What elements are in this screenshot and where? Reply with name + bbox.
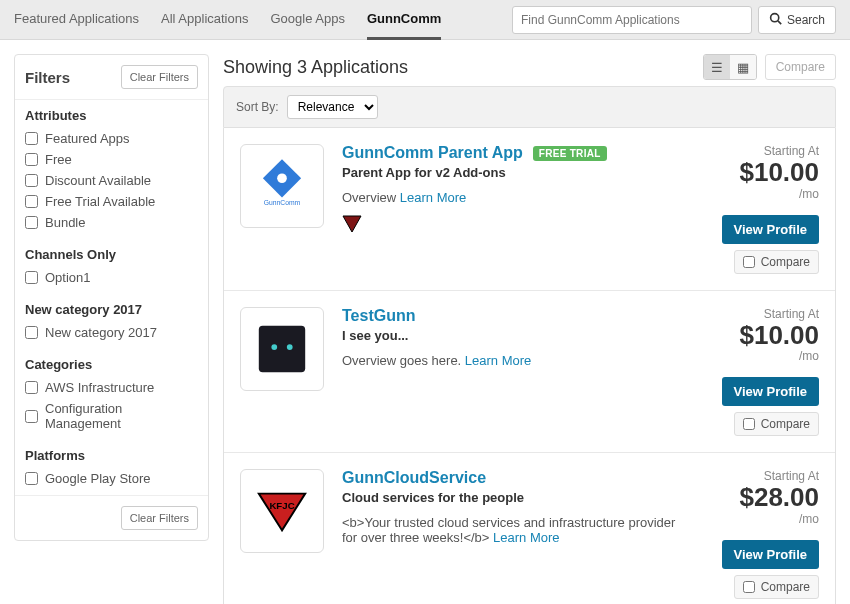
tab-google[interactable]: Google Apps — [270, 0, 344, 40]
starting-at-label: Starting At — [764, 469, 819, 483]
learn-more-link[interactable]: Learn More — [465, 353, 531, 368]
app-card: KFJC GunnCloudService Cloud services for… — [224, 453, 835, 604]
checkbox[interactable] — [25, 174, 38, 187]
checkbox[interactable] — [25, 132, 38, 145]
checkbox[interactable] — [25, 410, 38, 423]
app-overview: Overview Learn More — [342, 190, 681, 205]
svg-line-1 — [778, 20, 781, 23]
checkbox[interactable] — [25, 153, 38, 166]
compare-checkbox-row[interactable]: Compare — [734, 250, 819, 274]
app-subtitle: I see you... — [342, 328, 681, 343]
app-subtitle: Parent App for v2 Add-ons — [342, 165, 681, 180]
view-profile-button[interactable]: View Profile — [722, 540, 819, 569]
compare-checkbox[interactable] — [743, 581, 755, 593]
app-price: $28.00 — [739, 483, 819, 512]
list-view-button[interactable]: ☰ — [704, 55, 730, 79]
grid-icon: ▦ — [737, 60, 749, 75]
learn-more-link[interactable]: Learn More — [400, 190, 466, 205]
compare-checkbox-row[interactable]: Compare — [734, 412, 819, 436]
free-trial-badge: FREE TRIAL — [533, 146, 607, 161]
filter-free[interactable]: Free — [25, 149, 198, 170]
price-period: /mo — [799, 512, 819, 526]
sort-label: Sort By: — [236, 100, 279, 114]
clear-filters-button-top[interactable]: Clear Filters — [121, 65, 198, 89]
filter-newcat2017[interactable]: New category 2017 — [25, 322, 198, 343]
app-card: TestGunn I see you... Overview goes here… — [224, 291, 835, 454]
checkbox[interactable] — [25, 381, 38, 394]
tab-gunncomm[interactable]: GunnComm — [367, 0, 441, 40]
svg-text:KFJC: KFJC — [269, 500, 294, 511]
clear-filters-button-bottom[interactable]: Clear Filters — [121, 506, 198, 530]
svg-point-3 — [277, 173, 287, 183]
app-price: $10.00 — [739, 321, 819, 350]
svg-rect-6 — [259, 325, 305, 371]
filter-google-play[interactable]: Google Play Store — [25, 468, 198, 489]
search-input[interactable] — [512, 6, 752, 34]
checkbox[interactable] — [25, 216, 38, 229]
sort-bar: Sort By: Relevance — [223, 86, 836, 128]
checkbox[interactable] — [25, 195, 38, 208]
tab-featured[interactable]: Featured Applications — [14, 0, 139, 40]
starting-at-label: Starting At — [764, 307, 819, 321]
svg-marker-5 — [343, 216, 361, 232]
checkbox[interactable] — [25, 326, 38, 339]
search-icon — [769, 12, 782, 28]
svg-point-0 — [771, 13, 779, 21]
main-content: Showing 3 Applications ☰ ▦ Compare Sort … — [223, 54, 836, 604]
filter-group-attributes: Attributes — [25, 108, 198, 123]
filter-free-trial[interactable]: Free Trial Available — [25, 191, 198, 212]
price-period: /mo — [799, 349, 819, 363]
filter-config-mgmt[interactable]: Configuration Management — [25, 398, 198, 434]
filter-discount[interactable]: Discount Available — [25, 170, 198, 191]
app-card: GunnComm GunnComm Parent App FREE TRIAL … — [224, 128, 835, 291]
filter-group-platforms: Platforms — [25, 448, 198, 463]
view-profile-button[interactable]: View Profile — [722, 377, 819, 406]
filter-aws[interactable]: AWS Infrastructure — [25, 377, 198, 398]
top-nav: Featured Applications All Applications G… — [0, 0, 850, 40]
compare-checkbox-row[interactable]: Compare — [734, 575, 819, 599]
filter-featured-apps[interactable]: Featured Apps — [25, 128, 198, 149]
svg-marker-9 — [259, 494, 305, 531]
nav-tabs: Featured Applications All Applications G… — [14, 0, 441, 40]
svg-point-7 — [271, 344, 277, 350]
starting-at-label: Starting At — [764, 144, 819, 158]
search-button[interactable]: Search — [758, 6, 836, 34]
applications-list: GunnComm GunnComm Parent App FREE TRIAL … — [223, 128, 836, 604]
view-profile-button[interactable]: View Profile — [722, 215, 819, 244]
compare-checkbox[interactable] — [743, 256, 755, 268]
filter-group-categories: Categories — [25, 357, 198, 372]
search-button-label: Search — [787, 13, 825, 27]
app-thumbnail — [240, 307, 324, 391]
filters-sidebar: Filters Clear Filters Attributes Feature… — [14, 54, 209, 541]
app-title-link[interactable]: TestGunn — [342, 307, 415, 325]
compare-button[interactable]: Compare — [765, 54, 836, 80]
grid-view-button[interactable]: ▦ — [730, 55, 756, 79]
compare-checkbox[interactable] — [743, 418, 755, 430]
app-overview: <b>Your trusted cloud services and infra… — [342, 515, 681, 545]
checkbox[interactable] — [25, 271, 38, 284]
filters-title: Filters — [25, 69, 70, 86]
list-icon: ☰ — [711, 60, 723, 75]
app-subtitle: Cloud services for the people — [342, 490, 681, 505]
learn-more-link[interactable]: Learn More — [493, 530, 559, 545]
tab-all[interactable]: All Applications — [161, 0, 248, 40]
app-overview: Overview goes here. Learn More — [342, 353, 681, 368]
filter-group-channels: Channels Only — [25, 247, 198, 262]
search-area: Search — [512, 6, 836, 34]
app-price: $10.00 — [739, 158, 819, 187]
app-title-link[interactable]: GunnComm Parent App — [342, 144, 523, 162]
checkbox[interactable] — [25, 472, 38, 485]
triangle-badge-icon — [342, 215, 681, 236]
app-thumbnail: KFJC — [240, 469, 324, 553]
filter-bundle[interactable]: Bundle — [25, 212, 198, 233]
results-heading: Showing 3 Applications — [223, 57, 408, 78]
svg-text:GunnComm: GunnComm — [264, 199, 301, 206]
app-title-link[interactable]: GunnCloudService — [342, 469, 486, 487]
sort-select[interactable]: Relevance — [287, 95, 378, 119]
app-thumbnail: GunnComm — [240, 144, 324, 228]
filter-option1[interactable]: Option1 — [25, 267, 198, 288]
svg-point-8 — [287, 344, 293, 350]
filter-group-newcat: New category 2017 — [25, 302, 198, 317]
view-toggle: ☰ ▦ — [703, 54, 757, 80]
price-period: /mo — [799, 187, 819, 201]
